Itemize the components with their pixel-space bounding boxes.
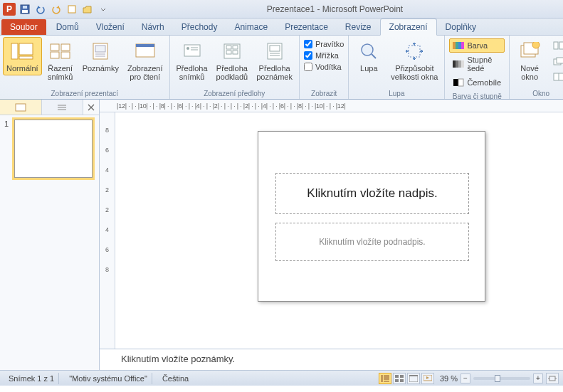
svg-rect-61 bbox=[395, 379, 399, 382]
zoom-control: 39 % − + bbox=[440, 373, 559, 384]
tab-animations[interactable]: Animace bbox=[226, 19, 276, 35]
zoom-out-button[interactable]: − bbox=[461, 374, 470, 383]
zoom-button[interactable]: Lupa bbox=[352, 37, 386, 75]
svg-rect-58 bbox=[384, 381, 389, 382]
title-placeholder[interactable]: Kliknutím vložíte nadpis. bbox=[275, 173, 469, 214]
new-window-button[interactable]: Nové okno bbox=[512, 37, 547, 84]
vertical-ruler[interactable]: 8 6 4 2 2 4 6 8 bbox=[100, 112, 115, 349]
status-reading-view[interactable] bbox=[407, 373, 420, 384]
status-normal-view[interactable] bbox=[379, 373, 391, 384]
notes-master-button[interactable]: Předloha poznámek bbox=[253, 37, 296, 84]
sorter-view-icon bbox=[49, 40, 72, 63]
zoom-slider[interactable] bbox=[473, 377, 530, 380]
zoom-label: Lupa bbox=[360, 64, 377, 73]
outline-tab[interactable] bbox=[42, 100, 84, 115]
ruler-checkbox[interactable]: Pravítko bbox=[304, 40, 344, 48]
vruler-tick: 6 bbox=[105, 147, 109, 154]
horizontal-ruler[interactable]: |12| · | · |10| · | · |8| · | · |6| · | … bbox=[100, 100, 563, 112]
guides-checkbox[interactable]: Vodítka bbox=[304, 63, 344, 71]
fit-window-icon bbox=[403, 40, 426, 63]
normal-view-label: Normální bbox=[6, 64, 38, 73]
tab-view[interactable]: Zobrazení bbox=[380, 18, 437, 36]
svg-rect-36 bbox=[461, 42, 464, 49]
window-extra-1[interactable] bbox=[549, 38, 563, 53]
tab-insert[interactable]: Vložení bbox=[88, 19, 133, 35]
tab-home[interactable]: Domů bbox=[48, 19, 88, 35]
save-button[interactable] bbox=[19, 3, 31, 16]
reading-view-button[interactable]: Zobrazení pro čtení bbox=[124, 37, 167, 84]
status-language[interactable]: Čeština bbox=[158, 373, 193, 384]
group-window-label: Okno bbox=[512, 88, 563, 99]
thumbnail-list: 1 bbox=[0, 115, 99, 370]
fit-window-label: Přizpůsobit velikosti okna bbox=[391, 64, 438, 81]
slide-canvas[interactable]: Kliknutím vložíte nadpis. Kliknutím vlož… bbox=[115, 112, 563, 349]
qat-button-5[interactable] bbox=[81, 3, 94, 16]
tab-review[interactable]: Revize bbox=[337, 19, 380, 35]
slides-tab[interactable] bbox=[0, 100, 42, 115]
group-zoom-label: Lupa bbox=[352, 88, 441, 99]
reading-mini-icon bbox=[409, 375, 418, 382]
vruler-tick: 8 bbox=[105, 266, 109, 273]
zoom-slider-thumb[interactable] bbox=[495, 375, 500, 382]
grid-checkbox[interactable]: Mřížka bbox=[304, 51, 344, 60]
zoom-value[interactable]: 39 % bbox=[440, 374, 458, 383]
tab-design[interactable]: Návrh bbox=[133, 19, 173, 35]
sorter-view-button[interactable]: Řazení snímků bbox=[43, 37, 78, 84]
slide-master-button[interactable]: Předloha snímků bbox=[173, 37, 211, 84]
notes-master-label: Předloha poznámek bbox=[256, 64, 293, 81]
group-presentation-views: Normální Řazení snímků Poznámky Zobrazen… bbox=[0, 36, 170, 99]
svg-rect-50 bbox=[554, 73, 563, 80]
fit-window-button[interactable]: Přizpůsobit velikosti okna bbox=[387, 37, 441, 84]
thumbnail-slide[interactable] bbox=[14, 120, 93, 178]
handout-master-button[interactable]: Předloha podkladů bbox=[213, 37, 252, 84]
svg-rect-1 bbox=[22, 10, 28, 13]
svg-line-31 bbox=[372, 54, 376, 58]
palette-icon bbox=[453, 40, 464, 51]
zoom-in-button[interactable]: + bbox=[533, 374, 543, 383]
ruler-label: Pravítko bbox=[315, 40, 344, 48]
thumbnail-item[interactable]: 1 bbox=[4, 120, 95, 178]
group-views-label: Zobrazení prezentací bbox=[3, 88, 167, 99]
svg-rect-6 bbox=[19, 56, 33, 59]
svg-rect-17 bbox=[184, 45, 200, 56]
grid-check-input[interactable] bbox=[304, 51, 312, 60]
thumbnail-tabs bbox=[0, 100, 99, 115]
status-slide[interactable]: Snímek 1 z 1 bbox=[4, 373, 59, 384]
status-theme[interactable]: "Motiv systému Office" bbox=[65, 373, 152, 384]
notes-view-button[interactable]: Poznámky bbox=[79, 37, 122, 75]
tab-slideshow[interactable]: Prezentace bbox=[276, 19, 337, 35]
svg-rect-39 bbox=[458, 60, 461, 68]
svg-rect-9 bbox=[51, 52, 59, 58]
page-icon bbox=[67, 4, 77, 14]
zoom-fit-button[interactable] bbox=[546, 373, 559, 384]
blackwhite-button[interactable]: Černobíle bbox=[449, 75, 505, 90]
svg-rect-2 bbox=[23, 6, 27, 9]
undo-button[interactable] bbox=[34, 3, 47, 16]
tab-transitions[interactable]: Přechody bbox=[173, 19, 226, 35]
tab-file[interactable]: Soubor bbox=[1, 19, 46, 35]
normal-view-button[interactable]: Normální bbox=[3, 37, 42, 75]
guides-check-input[interactable] bbox=[304, 63, 312, 71]
status-slideshow-view[interactable] bbox=[421, 373, 434, 384]
thumbnail-close-button[interactable] bbox=[83, 100, 99, 115]
qat-button-4[interactable] bbox=[65, 3, 78, 16]
qat-dropdown[interactable] bbox=[97, 3, 110, 16]
notes-pane[interactable]: Kliknutím vložíte poznámky. bbox=[100, 349, 563, 370]
status-bar: Snímek 1 z 1 "Motiv systému Office" Češt… bbox=[0, 370, 563, 386]
grayscale-button[interactable]: Stupně šedé bbox=[449, 54, 505, 74]
status-sorter-view[interactable] bbox=[393, 373, 406, 384]
window-extra-3[interactable] bbox=[549, 70, 563, 84]
svg-rect-7 bbox=[51, 44, 59, 51]
redo-button[interactable] bbox=[50, 3, 63, 16]
window-extra-2[interactable] bbox=[549, 54, 563, 68]
tab-addins[interactable]: Doplňky bbox=[437, 19, 485, 35]
svg-rect-4 bbox=[11, 43, 18, 59]
slide[interactable]: Kliknutím vložíte nadpis. Kliknutím vlož… bbox=[258, 131, 485, 302]
ruler-check-input[interactable] bbox=[304, 40, 312, 48]
notes-view-icon bbox=[89, 40, 112, 63]
svg-rect-33 bbox=[453, 42, 456, 49]
color-button[interactable]: Barva bbox=[449, 38, 505, 53]
thumbnail-number: 1 bbox=[4, 120, 11, 178]
magnifier-icon bbox=[357, 40, 380, 63]
subtitle-placeholder[interactable]: Kliknutím vložíte podnadpis. bbox=[275, 223, 469, 261]
